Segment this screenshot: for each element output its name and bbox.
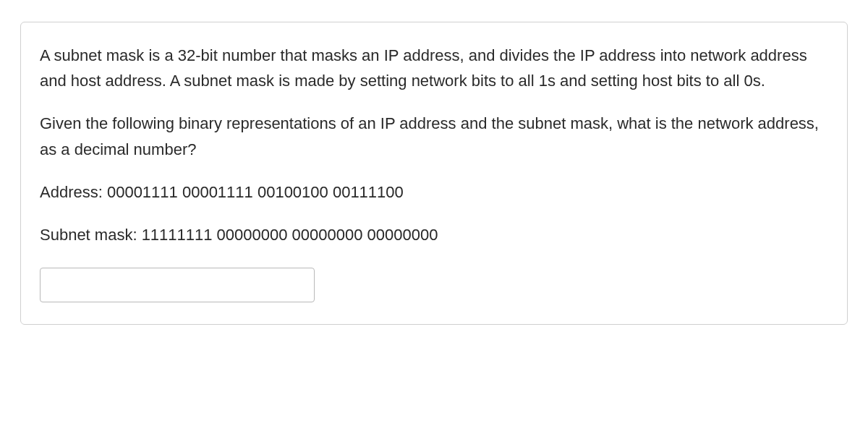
answer-input[interactable] (40, 268, 315, 302)
address-text: Address: 00001111 00001111 00100100 0011… (40, 179, 828, 205)
question-intro-text: A subnet mask is a 32-bit number that ma… (40, 43, 828, 93)
question-prompt-text: Given the following binary representatio… (40, 111, 828, 161)
subnet-text: Subnet mask: 11111111 00000000 00000000 … (40, 222, 828, 247)
question-container: A subnet mask is a 32-bit number that ma… (20, 22, 848, 325)
